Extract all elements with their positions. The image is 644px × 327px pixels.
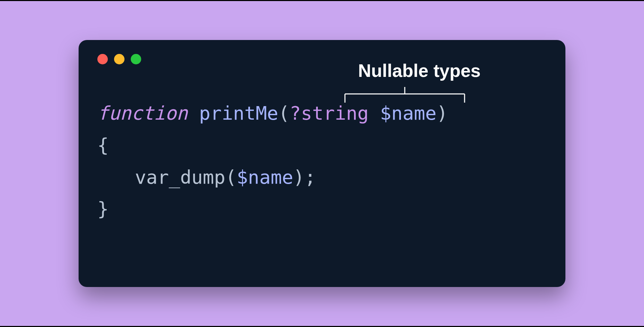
variable-name-2: $name <box>237 166 293 188</box>
function-name: printMe <box>199 102 279 124</box>
code-line-3: var_dump($name); <box>97 161 547 193</box>
close-brace: } <box>97 198 109 220</box>
close-paren-2: ) <box>293 166 305 188</box>
semicolon: ; <box>305 166 316 188</box>
open-paren: ( <box>278 102 290 124</box>
annotation-bracket <box>344 87 466 104</box>
annotation-label: Nullable types <box>346 60 492 81</box>
close-icon <box>97 54 108 64</box>
func-call-vardump: var_dump <box>135 166 225 188</box>
code-line-4: } <box>97 193 547 225</box>
code-line-1: function printMe(?string $name) <box>97 97 547 129</box>
code-window: Nullable types function printMe(?string … <box>79 40 565 287</box>
code-content: function printMe(?string $name) { var_du… <box>97 97 547 225</box>
open-paren-2: ( <box>225 166 237 188</box>
keyword-function: function <box>97 102 188 124</box>
minimize-icon <box>114 54 124 64</box>
code-line-2: { <box>97 129 547 161</box>
close-paren: ) <box>436 102 448 124</box>
variable-name: $name <box>380 102 437 124</box>
maximize-icon <box>131 54 141 64</box>
type-string: string <box>301 102 369 124</box>
nullable-operator: ? <box>290 102 301 124</box>
open-brace: { <box>97 134 109 156</box>
